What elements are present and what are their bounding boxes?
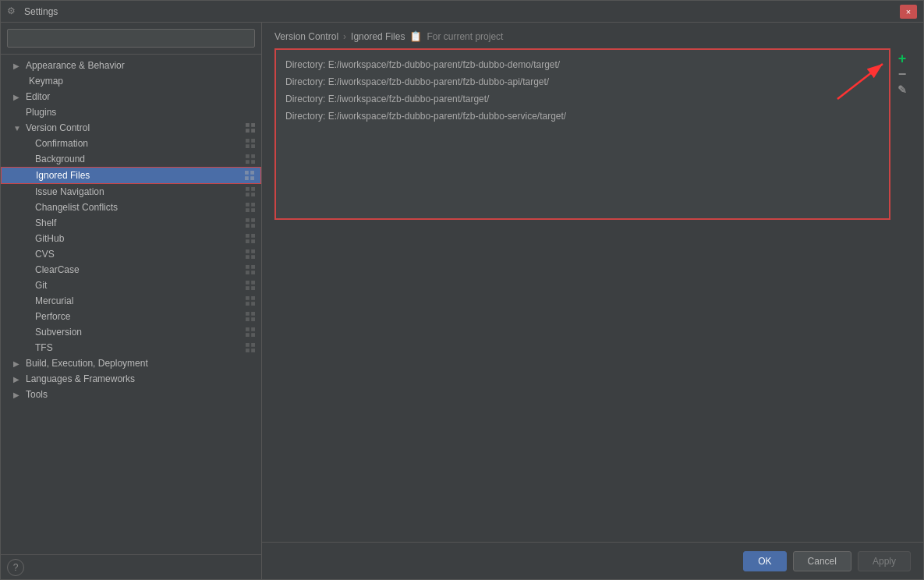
window-title: Settings — [24, 6, 900, 17]
svg-rect-51 — [251, 317, 255, 321]
svg-rect-11 — [251, 160, 255, 164]
settings-icon — [246, 327, 255, 337]
sidebar-item-clearcase[interactable]: ClearCase — [1, 262, 261, 278]
svg-rect-21 — [251, 203, 255, 207]
svg-rect-25 — [251, 218, 255, 222]
svg-rect-43 — [251, 286, 255, 290]
settings-icon — [246, 123, 255, 133]
expand-arrow: ▶ — [13, 93, 23, 101]
sidebar-item-languages[interactable]: ▶ Languages & Frameworks — [1, 371, 261, 387]
sidebar-item-tools[interactable]: ▶ Tools — [1, 387, 261, 402]
sidebar-item-label: CVS — [35, 249, 246, 260]
svg-rect-15 — [250, 176, 254, 180]
sidebar-item-tfs[interactable]: TFS — [1, 340, 261, 355]
expand-arrow: ▶ — [13, 359, 23, 368]
svg-rect-37 — [251, 265, 255, 269]
svg-rect-31 — [251, 239, 255, 243]
breadcrumb: Version Control › Ignored Files 📋 For cu… — [262, 23, 923, 48]
sidebar-item-cvs[interactable]: CVS — [1, 246, 261, 262]
sidebar-item-label: Git — [35, 280, 246, 291]
ignored-entry-2: Directory: E:/iworkspace/fzb-dubbo-paren… — [282, 90, 883, 108]
svg-rect-44 — [246, 296, 250, 300]
cancel-button[interactable]: Cancel — [793, 551, 851, 571]
content-area: Version Control › Ignored Files 📋 For cu… — [262, 23, 923, 579]
sidebar-item-version-control[interactable]: ▼ Version Control — [1, 120, 261, 136]
svg-rect-49 — [251, 312, 255, 316]
edit-entry-button[interactable]: ✎ — [895, 83, 909, 97]
sidebar-item-label: Plugins — [26, 107, 255, 118]
sidebar-item-label: Editor — [26, 91, 255, 102]
breadcrumb-part2: Ignored Files — [351, 31, 405, 42]
sidebar-item-subversion[interactable]: Subversion — [1, 324, 261, 340]
main-content: ▶ Appearance & Behavior Keymap ▶ Editor … — [1, 23, 923, 579]
search-box — [1, 23, 261, 55]
svg-rect-10 — [246, 160, 250, 164]
sidebar-item-label: Issue Navigation — [35, 186, 246, 197]
expand-arrow: ▶ — [13, 62, 23, 70]
expand-arrow: ▼ — [13, 124, 23, 133]
sidebar-item-github[interactable]: GitHub — [1, 231, 261, 246]
sidebar-item-keymap[interactable]: Keymap — [1, 73, 261, 89]
sidebar-item-changelist-conflicts[interactable]: Changelist Conflicts — [1, 200, 261, 215]
svg-rect-6 — [246, 144, 250, 148]
sidebar-item-issue-navigation[interactable]: Issue Navigation — [1, 184, 261, 200]
svg-rect-41 — [251, 281, 255, 285]
svg-rect-47 — [251, 302, 255, 306]
svg-rect-23 — [251, 208, 255, 212]
svg-rect-8 — [246, 154, 250, 158]
settings-icon — [245, 171, 254, 180]
svg-rect-33 — [251, 249, 255, 253]
sidebar-item-build[interactable]: ▶ Build, Execution, Deployment — [1, 355, 261, 371]
sidebar-item-perforce[interactable]: Perforce — [1, 309, 261, 324]
search-input[interactable] — [7, 29, 255, 48]
sidebar-item-editor[interactable]: ▶ Editor — [1, 89, 261, 104]
help-button[interactable]: ? — [7, 559, 24, 576]
sidebar-item-label: GitHub — [35, 233, 246, 244]
apply-button[interactable]: Apply — [858, 551, 911, 571]
svg-rect-36 — [246, 265, 250, 269]
settings-icon — [246, 312, 255, 321]
remove-entry-button[interactable]: − — [895, 67, 909, 81]
content-panel: Directory: E:/iworkspace/fzb-dubbo-paren… — [262, 48, 923, 302]
sidebar-item-git[interactable]: Git — [1, 278, 261, 293]
sidebar-item-appearance[interactable]: ▶ Appearance & Behavior — [1, 58, 261, 73]
sidebar-item-label: Tools — [26, 389, 255, 400]
svg-rect-0 — [246, 123, 250, 127]
sidebar-item-label: Subversion — [35, 327, 246, 338]
sidebar-item-label: Changelist Conflicts — [35, 202, 246, 213]
spacer — [262, 302, 923, 543]
sidebar-item-ignored-files[interactable]: Ignored Files — [1, 167, 261, 184]
breadcrumb-suffix: For current project — [427, 31, 503, 42]
close-button[interactable]: × — [900, 5, 917, 19]
svg-rect-57 — [251, 343, 255, 347]
settings-icon — [246, 265, 255, 274]
sidebar-item-shelf[interactable]: Shelf — [1, 215, 261, 231]
ok-button[interactable]: OK — [743, 551, 786, 571]
svg-rect-9 — [251, 154, 255, 158]
window-icon: ⚙ — [7, 5, 19, 18]
svg-rect-32 — [246, 249, 250, 253]
settings-icon — [246, 139, 255, 148]
breadcrumb-icon: 📋 — [409, 30, 422, 42]
svg-rect-7 — [251, 144, 255, 148]
sidebar-item-confirmation[interactable]: Confirmation — [1, 136, 261, 151]
settings-icon — [246, 281, 255, 290]
svg-rect-2 — [246, 129, 250, 133]
settings-icon — [246, 234, 255, 243]
breadcrumb-part1: Version Control — [274, 31, 338, 42]
svg-rect-17 — [251, 187, 255, 191]
sidebar-item-label: Perforce — [35, 311, 246, 322]
ignored-files-section: Directory: E:/iworkspace/fzb-dubbo-paren… — [274, 48, 911, 235]
ignored-entry-0: Directory: E:/iworkspace/fzb-dubbo-paren… — [282, 56, 883, 73]
svg-rect-54 — [246, 333, 250, 337]
settings-icon — [246, 296, 255, 306]
sidebar-item-label: Mercurial — [35, 295, 246, 306]
sidebar-item-background[interactable]: Background — [1, 151, 261, 167]
sidebar-item-mercurial[interactable]: Mercurial — [1, 293, 261, 309]
sidebar-item-plugins[interactable]: ▶ Plugins — [1, 104, 261, 120]
settings-icon — [246, 218, 255, 228]
add-entry-button[interactable]: + — [895, 51, 909, 65]
sidebar-item-label: Confirmation — [35, 138, 246, 149]
breadcrumb-separator: › — [343, 31, 346, 42]
svg-rect-52 — [246, 327, 250, 331]
